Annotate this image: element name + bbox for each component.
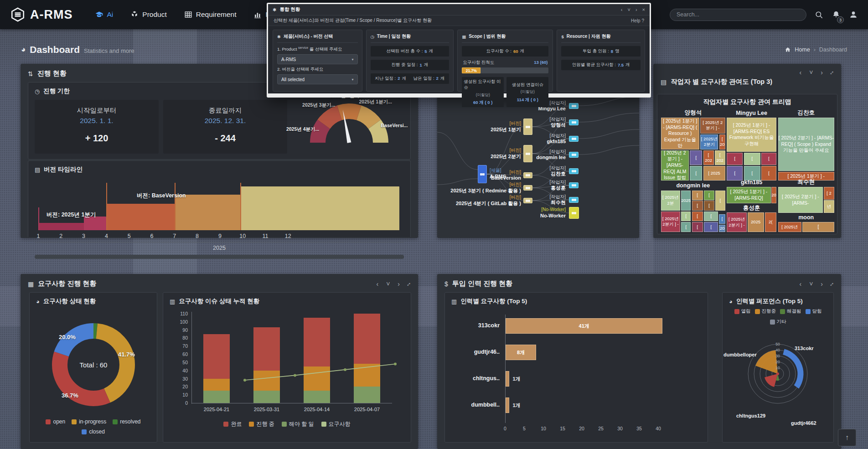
modal-next-icon[interactable]: › [636, 7, 637, 12]
nav-item-ai[interactable]: Ai [95, 10, 114, 19]
user-menu-icon[interactable] [849, 10, 858, 19]
timeline-bar[interactable] [240, 186, 399, 230]
person-req-bar[interactable]: 8개 [506, 345, 536, 360]
treemap-cell[interactable]: [ 2 [824, 187, 834, 200]
legend-item[interactable]: 닫힘 [806, 308, 822, 315]
next-icon[interactable]: › [821, 69, 823, 76]
treemap-cell[interactable]: [ 2025년 2분기 ] - [727, 212, 746, 232]
breadcrumb-home[interactable]: Home [795, 46, 810, 53]
legend-item[interactable]: 열림 [734, 308, 751, 315]
legend-item[interactable]: open [46, 418, 65, 425]
version-node[interactable] [523, 172, 532, 178]
treemap-cell[interactable]: 2025 [681, 191, 691, 211]
expand-icon[interactable]: ↕ [829, 69, 836, 76]
expand-icon[interactable]: ↕ [829, 280, 836, 287]
prev-icon[interactable]: ‹ [799, 281, 801, 287]
treemap-cell[interactable]: [ 202 [703, 150, 714, 165]
treemap-cell[interactable]: [ [744, 153, 760, 165]
treemap-cell[interactable]: [ [704, 212, 718, 222]
treemap-cell[interactable]: [ [692, 222, 703, 232]
legend-item[interactable]: closed [82, 428, 105, 435]
next-icon[interactable]: › [398, 281, 400, 287]
treemap-cell[interactable]: [ 202 [715, 150, 725, 165]
person-req-bar[interactable]: 41개 [506, 318, 662, 334]
treemap-cell[interactable]: [ [692, 201, 703, 210]
treemap-cell[interactable]: [ [681, 212, 691, 222]
person-req-bar[interactable] [506, 371, 509, 387]
app-logo[interactable]: A-RMS [10, 7, 73, 22]
search-input[interactable] [670, 9, 806, 21]
modal-close-icon[interactable]: × [642, 7, 645, 12]
modal-titlebar[interactable]: ✱ 통합 현황 ‹ ˅ › × [268, 4, 650, 15]
treemap-cell[interactable]: [ [704, 222, 718, 232]
timeline-bar[interactable] [175, 195, 240, 230]
treemap-cell[interactable]: [ [802, 222, 834, 232]
legend-item[interactable]: 완료 [223, 420, 242, 428]
treemap-cell[interactable]: [ [690, 166, 702, 180]
treemap-cell[interactable]: [ [692, 212, 703, 222]
legend-item[interactable]: resolved [113, 418, 140, 425]
collapse-icon[interactable]: ˅ [809, 69, 813, 76]
worker-node[interactable] [569, 103, 579, 109]
version-node[interactable] [523, 119, 532, 135]
treemap-cell[interactable]: [ 2025년 1분기 ] - [ARMS-REQ] ( Resource ) … [661, 118, 699, 150]
treemap-cell[interactable]: [ [704, 201, 714, 210]
timeline-scrollbar[interactable] [35, 255, 404, 259]
treemap-cell[interactable]: [ [690, 150, 702, 165]
modal-prev-icon[interactable]: ‹ [621, 7, 623, 12]
nav-item-requirement[interactable]: Requirement [184, 10, 237, 19]
treemap-cell[interactable]: [ 2025년 [778, 222, 801, 232]
legend-item[interactable]: 요구사항 [321, 420, 351, 428]
treemap-cell[interactable]: [ 2025년 2분기 ] - [ARMS- [778, 187, 823, 213]
treemap-cell[interactable]: 2025 [748, 212, 764, 232]
worker-node[interactable] [569, 182, 579, 188]
prev-icon[interactable]: ‹ [376, 281, 378, 287]
next-icon[interactable]: › [821, 281, 823, 287]
treemap-cell[interactable]: [ 2025년 2분기 ] - [ARMS-REQ] ( Scope ) Exp… [778, 118, 835, 171]
treemap-cell[interactable]: [ [704, 191, 714, 201]
worker-node[interactable] [569, 197, 579, 203]
worker-node[interactable] [569, 168, 579, 174]
treemap-cell[interactable]: [ 2025년 2분기 ] - [ARMS-REQ] ALM Issue 컬럼 [661, 150, 689, 181]
version-node[interactable] [523, 198, 532, 203]
collapse-icon[interactable]: ˅ [386, 281, 390, 287]
person-req-bar[interactable] [506, 397, 509, 413]
treemap-cell[interactable]: 2( [765, 212, 776, 232]
legend-item[interactable]: 진행중 [755, 308, 776, 315]
treemap-cell[interactable]: 20 [771, 187, 776, 203]
search-icon[interactable] [815, 10, 823, 19]
version-select[interactable]: All selected ▾ [277, 74, 358, 84]
legend-item[interactable]: 해결됨 [780, 308, 801, 315]
home-icon[interactable] [785, 46, 791, 53]
product-node[interactable] [478, 165, 487, 183]
treemap-cell[interactable]: [ 20 [719, 134, 725, 150]
treemap-cell[interactable]: [ 2025 [703, 166, 725, 180]
help-link[interactable]: Help ? [631, 18, 644, 23]
scroll-top-button[interactable]: ↑ [838, 429, 856, 446]
treemap-cell[interactable]: [ [692, 191, 703, 201]
worker-node[interactable] [569, 119, 579, 125]
prev-icon[interactable]: ‹ [799, 69, 801, 76]
expand-icon[interactable]: ↕ [406, 280, 413, 287]
version-node[interactable] [523, 145, 532, 162]
legend-item[interactable]: in-progress [72, 418, 106, 425]
timeline-bar[interactable] [106, 204, 174, 230]
treemap-cell[interactable]: 20 [719, 225, 725, 232]
treemap-cell[interactable]: [ [719, 214, 725, 224]
treemap-cell[interactable]: [ 2025년 2분기 [700, 134, 718, 150]
treemap-cell[interactable]: [ 2025년 1분기 ] - [ARMS-REQ] ES Framework … [727, 118, 776, 152]
no-worker-node[interactable] [569, 207, 579, 219]
product-select[interactable]: A-RMS ▾ [277, 54, 358, 64]
notifications-bell-icon[interactable]: 3 [832, 10, 841, 19]
modal-collapse-icon[interactable]: ˅ [627, 7, 630, 12]
treemap-cell[interactable]: [ [727, 153, 743, 165]
legend-item[interactable]: 진행 중 [249, 420, 274, 428]
treemap-cell[interactable]: [ [761, 153, 776, 165]
collapse-icon[interactable]: ˅ [809, 281, 813, 287]
treemap-cell[interactable]: [ 2025년 2분기 ] - [700, 118, 725, 134]
treemap-cell[interactable]: 년 [824, 200, 834, 213]
nav-item-product[interactable]: Product [130, 10, 166, 19]
worker-node[interactable] [569, 136, 579, 142]
version-node[interactable] [523, 185, 532, 191]
treemap-cell[interactable]: [ [681, 222, 691, 232]
